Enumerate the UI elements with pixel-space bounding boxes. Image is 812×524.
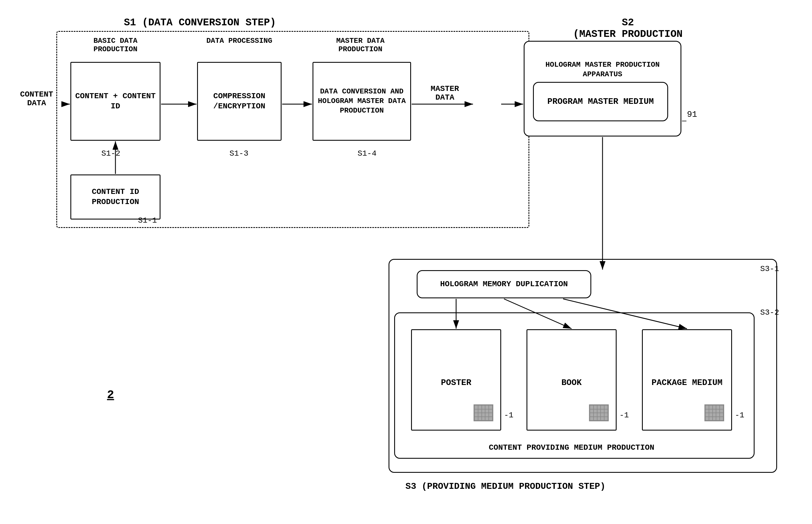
hologram-master-outer-box: HOLOGRAM MASTER PRODUCTION APPARATUS PRO… (524, 41, 681, 136)
s3-bottom-label: S3 (PROVIDING MEDIUM PRODUCTION STEP) (405, 481, 606, 492)
package-chip-icon (704, 404, 724, 421)
master-data-header: MASTER DATA PRODUCTION (321, 37, 400, 53)
package-ref-label: -1 (735, 411, 744, 420)
s3-1-label: S3-1 (760, 264, 779, 273)
content-data-label: CONTENT DATA (14, 90, 59, 108)
content-providing-label: CONTENT PROVIDING MEDIUM PRODUCTION (417, 443, 726, 452)
poster-ref-label: -1 (504, 411, 514, 420)
master-data-arrow-label: MASTER DATA (425, 84, 465, 102)
content-content-id-text: CONTENT + CONTENT ID (71, 91, 160, 112)
basic-data-header: BASIC DATA PRODUCTION (76, 37, 155, 53)
content-id-production-box: CONTENT ID PRODUCTION (70, 175, 161, 219)
book-box: BOOK (526, 329, 617, 430)
poster-chip-icon (474, 404, 493, 421)
program-master-box: PROGRAM MASTER MEDIUM (533, 82, 668, 121)
program-master-text: PROGRAM MASTER MEDIUM (547, 96, 654, 107)
poster-box: POSTER (411, 329, 501, 430)
s1-3-label: S1-3 (229, 149, 248, 158)
compression-box: COMPRESSION /ENCRYPTION (197, 62, 281, 141)
package-medium-box: PACKAGE MEDIUM (642, 329, 732, 430)
hologram-memory-text: HOLOGRAM MEMORY DUPLICATION (440, 279, 568, 289)
poster-text: POSTER (412, 377, 500, 388)
figure-label: 2 (107, 388, 114, 402)
data-conversion-box: DATA CONVERSION AND HOLOGRAM MASTER DATA… (312, 62, 411, 141)
data-conversion-text: DATA CONVERSION AND HOLOGRAM MASTER DATA… (313, 87, 410, 115)
ref-91-label: 91 (687, 110, 697, 119)
book-ref-label: -1 (619, 411, 629, 420)
s1-2-label: S1-2 (101, 149, 120, 158)
s1-4-label: S1-4 (358, 149, 376, 158)
book-text: BOOK (527, 377, 616, 388)
content-id-production-text: CONTENT ID PRODUCTION (71, 187, 160, 208)
book-chip-icon (589, 404, 609, 421)
data-processing-header: DATA PROCESSING (203, 37, 276, 45)
s3-2-label: S3-2 (760, 308, 779, 317)
s1-1-label: S1-1 (138, 216, 157, 225)
compression-text: COMPRESSION /ENCRYPTION (198, 91, 281, 112)
hologram-master-text: HOLOGRAM MASTER PRODUCTION APPARATUS (524, 60, 681, 79)
content-content-id-box: CONTENT + CONTENT ID (70, 62, 161, 141)
hologram-memory-box: HOLOGRAM MEMORY DUPLICATION (417, 270, 591, 298)
s1-label: S1 (DATA CONVERSION STEP) (124, 17, 276, 29)
package-medium-text: PACKAGE MEDIUM (643, 377, 731, 388)
